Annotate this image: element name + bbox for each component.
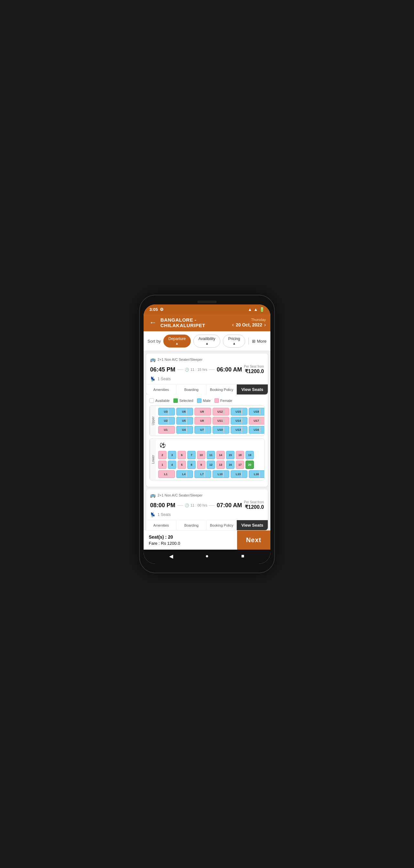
amenities-tab-2[interactable]: Amenities (146, 520, 176, 530)
date-nav: Thursday ‹ 20 Oct, 2022 › (232, 318, 266, 328)
seat-U2[interactable]: U2 (158, 417, 175, 425)
seat-L13[interactable]: L13 (231, 470, 247, 478)
bus-depart-1: 06:45 PM (150, 366, 175, 373)
more-filters-button[interactable]: ⊞ More (252, 339, 267, 344)
price-val-2: ₹1200.0 (244, 504, 264, 510)
lower-deck-label: Lower (150, 439, 156, 480)
view-seats-button-2[interactable]: View Seats (237, 520, 268, 530)
seat-3[interactable]: 3 (168, 451, 176, 459)
bottom-seats-row: Seat(s) : 20 (149, 534, 232, 539)
seat-U12[interactable]: U12 (212, 408, 229, 415)
sort-departure-button[interactable]: Departure ▴ (163, 335, 191, 347)
view-seats-button-1[interactable]: View Seats (237, 384, 268, 395)
booking-policy-tab-2[interactable]: Booking Policy (207, 520, 237, 530)
seat-L16[interactable]: L16 (249, 470, 265, 478)
seat-U6[interactable]: U6 (176, 408, 193, 415)
next-date-button[interactable]: › (264, 322, 266, 328)
seat-map-1: Available Selected Male Female (146, 395, 268, 487)
seat-U17[interactable]: U17 (249, 417, 265, 425)
legend-male-label: Male (203, 399, 211, 403)
seat-U15[interactable]: U15 (231, 408, 247, 415)
seat-L4[interactable]: L4 (176, 470, 193, 478)
sort-by-label: Sort by (147, 339, 161, 344)
dl-2-left (177, 505, 183, 505)
seat-2[interactable]: 2 (158, 451, 167, 459)
steering-icon: ⚽ (158, 441, 167, 450)
booking-policy-tab-1[interactable]: Booking Policy (207, 384, 237, 395)
legend-available-label: Available (155, 399, 170, 403)
seat-17[interactable]: 17 (236, 461, 244, 469)
seat-18[interactable]: 18 (236, 451, 244, 459)
seat-13[interactable]: 13 (216, 461, 225, 469)
duration-text-2: 11 : 00 hrs (191, 503, 207, 507)
wifi-icon: ▲ (248, 307, 252, 312)
seat-19[interactable]: 19 (245, 451, 254, 459)
android-back-button[interactable]: ◀ (168, 553, 174, 559)
seat-L7[interactable]: L7 (195, 470, 211, 478)
boarding-tab-2[interactable]: Boarding (176, 520, 206, 530)
sort-availability-button[interactable]: Availibility ▴ (194, 335, 220, 347)
seat-U9[interactable]: U9 (195, 408, 211, 415)
seat-9[interactable]: 9 (197, 461, 205, 469)
seat-U18[interactable]: U18 (249, 408, 265, 415)
legend-selected-box (173, 398, 178, 403)
seat-U14[interactable]: U14 (231, 417, 247, 425)
lower-row-2: 1 4 5 8 9 12 13 16 17 20 (158, 461, 265, 469)
upper-row-1: U3 U6 U9 U12 U15 U18 (158, 408, 265, 415)
seat-U5[interactable]: U5 (176, 417, 193, 425)
bottom-bar: Seat(s) : 20 Fare : Rs 1200.0 Next (144, 530, 270, 550)
seat-U10[interactable]: U10 (212, 426, 229, 434)
seat-U13[interactable]: U13 (231, 426, 247, 434)
seat-14[interactable]: 14 (216, 451, 225, 459)
seat-15[interactable]: 15 (226, 451, 235, 459)
android-recents-button[interactable]: ■ (240, 553, 246, 559)
seat-U11[interactable]: U11 (212, 417, 229, 425)
boarding-tab-1[interactable]: Boarding (176, 384, 206, 395)
prev-date-button[interactable]: ‹ (232, 322, 234, 328)
legend-female: Female (214, 398, 232, 403)
lower-icon-row: ⚽ (158, 441, 265, 450)
price-from-1: Per Seat from (244, 365, 264, 368)
upper-deck-label: Upper (150, 406, 156, 436)
seat-L1[interactable]: L1 (158, 470, 175, 478)
sort-divider (248, 338, 249, 345)
upper-row-3: U1 U4 U7 U10 U13 U16 (158, 426, 265, 434)
back-button[interactable]: ← (148, 318, 158, 327)
seats-row-2: 💺 1 Seats (146, 512, 268, 520)
scroll-area[interactable]: 🚌 2+1 Non A/C Seater/Sleeper 06:45 PM 🕐 … (144, 351, 270, 530)
top-nav: ← BANGALORE - CHILAKALURIPET Thursday ‹ … (144, 314, 270, 331)
fare-label: Fare (149, 541, 158, 546)
seat-4[interactable]: 4 (168, 461, 176, 469)
seat-10[interactable]: 10 (197, 451, 205, 459)
seat-U7[interactable]: U7 (195, 426, 211, 434)
android-nav: ◀ ● ■ (144, 550, 270, 564)
seat-11[interactable]: 11 (207, 451, 215, 459)
android-home-button[interactable]: ● (204, 553, 210, 559)
seat-U16[interactable]: U16 (249, 426, 265, 434)
seat-16[interactable]: 16 (226, 461, 235, 469)
amenities-tab-1[interactable]: Amenities (146, 384, 176, 395)
sort-pricing-button[interactable]: Pricing ▴ (223, 335, 245, 347)
bus-depart-2: 08:00 PM (150, 502, 175, 509)
card-actions-2: Amenities Boarding Booking Policy View S… (146, 520, 268, 530)
next-button[interactable]: Next (237, 530, 270, 550)
seat-6[interactable]: 6 (178, 451, 186, 459)
seat-20[interactable]: 20 (245, 461, 254, 469)
legend-available: Available (149, 398, 170, 403)
bus-duration-1: 🕐 11 : 15 hrs (177, 368, 215, 372)
legend-male: Male (197, 398, 211, 403)
seat-12[interactable]: 12 (207, 461, 215, 469)
seat-U8[interactable]: U8 (195, 417, 211, 425)
bus-card-1-header: 🚌 2+1 Non A/C Seater/Sleeper (146, 354, 268, 363)
lower-row-3: L1 L4 L7 L10 L13 L16 (158, 470, 265, 478)
seats-count-2: 1 Seats (158, 513, 171, 517)
seat-U3[interactable]: U3 (158, 408, 175, 415)
seat-U1[interactable]: U1 (158, 426, 175, 434)
seat-L10[interactable]: L10 (212, 470, 229, 478)
seat-U4[interactable]: U4 (176, 426, 193, 434)
seat-1[interactable]: 1 (158, 461, 167, 469)
status-right: ▲ ▲ 🔋 (248, 307, 265, 312)
seat-5[interactable]: 5 (178, 461, 186, 469)
seat-7[interactable]: 7 (187, 451, 196, 459)
seat-8[interactable]: 8 (187, 461, 196, 469)
